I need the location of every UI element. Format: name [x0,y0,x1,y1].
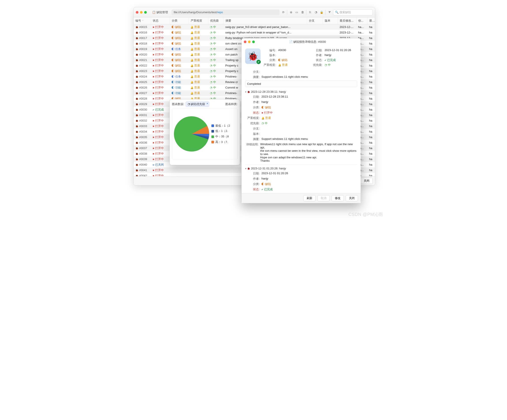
cell-status: 打开中 [151,79,170,85]
filter-icon[interactable]: ⧩ [327,10,331,14]
cell-modified: 2023-12-... [338,30,356,35]
col-category[interactable]: 分类 [170,17,189,24]
cell-category [170,173,189,176]
history-title[interactable]: 2023-12-31 01:20:26: hanjy [245,166,357,171]
cell-category: 缺陷 [170,30,189,35]
legend-item: 低：1（2. [211,128,230,134]
cell-id: #0042 [134,173,151,176]
traffic-lights [136,11,147,14]
app-title-button[interactable]: 📋 缺陷管理 [150,10,170,15]
cell-severity: 普通 [189,68,208,74]
maximize-window-icon[interactable] [252,41,255,43]
cell-category: 功能 [170,79,189,85]
watermark: CSDN @PM沁雨 [348,211,383,217]
cell-last: ha [367,101,375,107]
chart-legend: 最低：1（2低：1（2.中：35（8高：3（7. [211,123,230,145]
cell-status: 打开中 [151,85,170,90]
minimize-window-icon[interactable] [248,41,251,43]
close-window-icon[interactable] [136,11,138,14]
address-bar[interactable]: file:///Users/hanjy/Documents/test/repo [171,9,280,15]
trash-icon[interactable]: 🗑 [300,10,304,14]
toolbar: 📋 缺陷管理 file:///Users/hanjy/Documents/tes… [134,7,375,17]
chart-icon[interactable]: ◔ [314,10,318,14]
cell-category: 任务 [170,46,189,52]
cell-last: ha [367,156,375,162]
chart-data-label: 图表数据: [172,102,184,106]
chart-body: 最低：1（2低：1（2.中：35（8高：3（7. [172,109,238,159]
search-input[interactable]: 🔍 搜索缺陷 [333,9,373,15]
value-category: 缺陷 [278,58,311,62]
col-priority[interactable]: 优先级 [208,17,224,24]
cell-last: ha [367,123,375,129]
minimize-window-icon[interactable] [140,11,143,14]
lock-icon[interactable]: 🔒 [320,10,324,14]
cell-id: #0022 [134,63,151,68]
close-button[interactable]: 关闭 [360,178,373,184]
cell-priority: 中 [208,90,224,96]
cell-severity [189,173,208,176]
cell-id: #0020 [134,52,151,57]
cell-severity: 普通 [189,90,208,96]
history-title[interactable]: 2023-12-28 23:38:11: hanjy [245,89,357,94]
cell-status: 打开中 [151,57,170,63]
chart-data-select[interactable]: ◔ 缺陷优先级 [186,102,209,107]
cell-status: 打开中 [151,167,170,173]
history-list: 2023-12-28 23:38:11: hanjy日期:2023-12-28 … [245,89,357,193]
table-row[interactable]: #0016打开中缺陷普通中swig-py: Python ref-cont le… [134,30,375,35]
col-summary[interactable]: 摘要 [224,17,307,24]
cell-id: #0036 [134,140,151,145]
col-last[interactable]: 最... [367,17,375,24]
value-author: hanjy [324,53,357,57]
cell-category: 缺陷 [170,63,189,68]
cell-status: 打开中 [151,46,170,52]
cell-category: 任务 [170,74,189,79]
col-modified[interactable]: 最后修改... [338,17,356,24]
cell-severity: 普通 [189,52,208,57]
view-icon[interactable]: ▭ [295,10,299,14]
cell-id: #0041 [134,167,151,173]
cell-id: #0029 [134,101,151,107]
cell-id: #0040 [134,162,151,167]
cell-status: 打开中 [151,35,170,41]
value-status: 已完成 [324,58,336,62]
legend-item: 最低：1（2 [211,123,230,129]
add-icon[interactable]: ⊕ [289,10,293,14]
legend-item: 高：3（7. [211,139,230,145]
cell-id: #0032 [134,118,151,123]
cell-summary: swig-py: Python ref-cont leak in wrapper… [224,30,307,35]
cell-status: 打开中 [151,96,170,101]
col-branch[interactable]: 分支 [307,17,323,24]
close-window-icon[interactable] [244,41,246,43]
export-icon[interactable]: ⎘ [308,10,312,14]
detail-title: 📄 缺陷报告详细信息: #0030 [257,40,359,44]
cell-category: 功能 [170,90,189,96]
cell-category: 缺陷 [170,57,189,63]
value-summary: Support windows 11 right click menu [261,75,308,79]
cell-last: ha [367,145,375,151]
cell-priority: 中 [208,30,224,35]
col-author[interactable]: 创... [356,17,367,24]
cell-id: #0024 [134,74,151,79]
cell-severity: 普通 [189,63,208,68]
table-row[interactable]: #0015打开中缺陷普通中swig-py: parse_fn3 driver o… [134,24,375,30]
cell-last: ha [367,68,375,74]
cell-last: ha [367,107,375,112]
cell-category: 缺陷 [170,52,189,57]
col-id[interactable]: 编号 ⌃ [134,17,151,24]
col-severity[interactable]: 严重程度 [189,17,208,24]
refresh-button[interactable]: 刷新 [303,195,316,201]
modify-button[interactable]: 修改 [331,195,344,201]
cell-last: ha [367,24,375,30]
label-status: 状态: [313,58,323,62]
cell-id: #0015 [134,24,151,30]
cell-last: ha [367,74,375,79]
col-version[interactable]: 版本 [323,17,338,24]
cell-priority [208,167,224,173]
refresh-icon[interactable]: ⟳ [281,10,285,14]
cell-id: #0019 [134,46,151,52]
col-status[interactable]: 状态 [151,17,170,24]
cell-status: 打开中 [151,140,170,145]
chart-type-label: 图表种类: [225,102,238,106]
maximize-window-icon[interactable] [144,11,147,14]
close-button[interactable]: 关闭 [346,195,358,201]
